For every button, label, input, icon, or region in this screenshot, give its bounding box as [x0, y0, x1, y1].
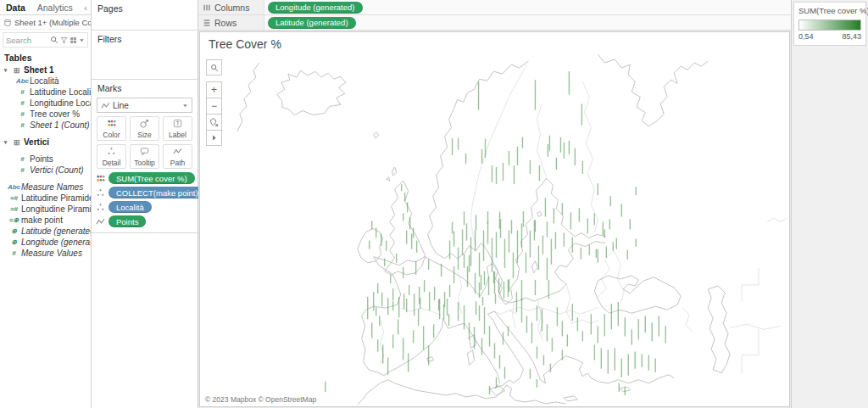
view-options-caret-icon[interactable] [79, 37, 85, 43]
coastline [531, 261, 537, 273]
field-vertici-count-[interactable]: #Vertici (Count) [0, 165, 91, 176]
pages-title: Pages [92, 0, 198, 15]
coastline [237, 63, 259, 131]
field-sheet-1[interactable]: ▾⊞Sheet 1 [0, 64, 91, 75]
field-label: Longitudine Piramide [21, 204, 91, 214]
path-button[interactable]: Path [163, 144, 192, 169]
search-icon[interactable] [50, 36, 58, 44]
rows-shelf[interactable]: Rows Latitude (generated) [198, 15, 791, 31]
numeric-field-icon: =⊕ [7, 216, 21, 224]
pill-sum-tree-cover-%-[interactable]: SUM(Tree cover %) [108, 172, 195, 184]
coastline [392, 167, 397, 176]
field-tree-cover-%[interactable]: #Tree cover % [0, 109, 91, 120]
toolbar-expand-button[interactable] [206, 130, 222, 146]
field-label: Sheet 1 [24, 65, 54, 75]
field-latitudine-piramide[interactable]: =#Latitudine Piramide [0, 193, 91, 204]
search-field[interactable]: Search [3, 32, 88, 48]
marks-pill-row: SUM(Tree cover %) [95, 172, 194, 184]
color-button[interactable]: Color [97, 116, 126, 141]
coastline [468, 350, 475, 366]
string-field-icon: Abc [7, 183, 21, 191]
map-search-button[interactable] [206, 59, 222, 75]
filter-fields-icon[interactable] [60, 36, 68, 44]
detail-button[interactable]: Detail [97, 144, 126, 169]
legend-title: SUM(Tree cover %) [794, 3, 865, 17]
expander-icon[interactable]: ▾ [2, 67, 9, 74]
mark-button-label: Label [169, 131, 186, 139]
map-controls: + − [206, 59, 222, 146]
expander-icon[interactable]: ▾ [2, 139, 9, 146]
field-label: Latitudine Località [30, 87, 91, 97]
map-attribution: © 2023 Mapbox © OpenStreetMap [202, 394, 320, 405]
numeric-field-icon: # [15, 88, 30, 96]
coastline [277, 70, 346, 115]
columns-shelf[interactable]: Columns Longitude (generated) [198, 0, 791, 15]
tab-analytics[interactable]: Analytics [31, 2, 79, 14]
field-label: Vertici (Count) [30, 165, 84, 175]
line-mark-icon [101, 101, 110, 110]
collapse-pane-icon[interactable]: ‹ [81, 3, 91, 13]
filters-card[interactable]: Filters [92, 31, 198, 80]
country-border [512, 301, 515, 328]
field-label: Measure Values [21, 249, 82, 258]
rows-pill[interactable]: Latitude (generated) [268, 17, 356, 29]
tooltip-button[interactable]: Tooltip [130, 144, 159, 169]
country-border [537, 103, 546, 177]
field-points[interactable]: #Points [0, 154, 91, 165]
country-border [471, 64, 527, 246]
columns-pill[interactable]: Longitude (generated) [268, 2, 363, 14]
field-label: Latitude (generated) [21, 226, 91, 236]
coastline [598, 54, 708, 126]
field-label: Località [30, 76, 58, 86]
numeric-field-icon: ⊕ [7, 238, 21, 246]
field-localit-[interactable]: AbcLocalità [0, 75, 91, 87]
zoom-in-button[interactable]: + [206, 81, 222, 98]
marks-card: Marks Line ColorSizeTLabelDetailTooltipP… [92, 80, 198, 233]
color-legend[interactable]: SUM(Tree cover %) 0,54 85,43 [793, 2, 866, 46]
coastline [564, 396, 577, 401]
zoom-out-button[interactable]: − [206, 98, 222, 114]
field-label: Tree cover % [30, 109, 80, 119]
numeric-field-icon: ⊕ [7, 227, 21, 235]
country-border [566, 284, 571, 323]
string-field-icon: Abc [15, 77, 30, 85]
coastline [537, 211, 542, 216]
mark-type-dropdown[interactable]: Line [97, 98, 192, 113]
datasource-name: Sheet 1+ (Multiple Conn... [14, 18, 91, 27]
field-measure-names[interactable]: AbcMeasure Names [0, 182, 91, 193]
label-icon: T [173, 119, 182, 130]
field-make-point[interactable]: =⊕make point [0, 215, 91, 226]
pages-card[interactable]: Pages [92, 0, 198, 31]
label-button[interactable]: TLabel [163, 116, 192, 141]
field-sheet-1-count-[interactable]: #Sheet 1 (Count) [0, 120, 91, 131]
reset-pin-button[interactable] [206, 114, 222, 130]
field-vertici[interactable]: ▾⊞Vertici [0, 137, 91, 148]
tab-data[interactable]: Data [0, 2, 31, 14]
field-latitude-generated-[interactable]: ⊕Latitude (generated) [0, 226, 91, 237]
coastline [387, 177, 390, 181]
field-longitudine-localit-[interactable]: #Longitudine Località [0, 98, 91, 109]
coastline [358, 380, 566, 405]
country-border [571, 320, 598, 323]
data-pane: Data Analytics ‹ Sheet 1+ (Multiple Conn… [0, 0, 92, 408]
path-icon [95, 217, 106, 226]
field-longitudine-piramide[interactable]: =#Longitudine Piramide [0, 204, 91, 215]
field-measure-values[interactable]: #Measure Values [0, 248, 91, 259]
map-view[interactable]: + − © 2023 Mapbox © OpenStreetMap [200, 54, 789, 406]
detail-icon [95, 203, 106, 212]
map-canvas[interactable] [200, 54, 789, 406]
coastline [427, 357, 434, 362]
pill-localit-[interactable]: Località [108, 201, 152, 213]
pill-collect-make-point-[interactable]: COLLECT(make point) [108, 187, 206, 198]
pill-points[interactable]: Points [108, 215, 146, 227]
field-label: Measure Names [21, 182, 83, 192]
field-longitude-generated-[interactable]: ⊕Longitude (generated) [0, 237, 91, 248]
columns-label-text: Columns [214, 3, 249, 13]
field-label: Vertici [24, 137, 49, 147]
size-button[interactable]: Size [130, 116, 159, 141]
field-latitudine-localit-[interactable]: #Latitudine Località [0, 87, 91, 98]
columns-shelf-label: Columns [198, 0, 264, 14]
datasource-row[interactable]: Sheet 1+ (Multiple Conn... [0, 15, 91, 30]
view-options-icon[interactable] [70, 36, 77, 44]
size-icon [140, 119, 149, 130]
